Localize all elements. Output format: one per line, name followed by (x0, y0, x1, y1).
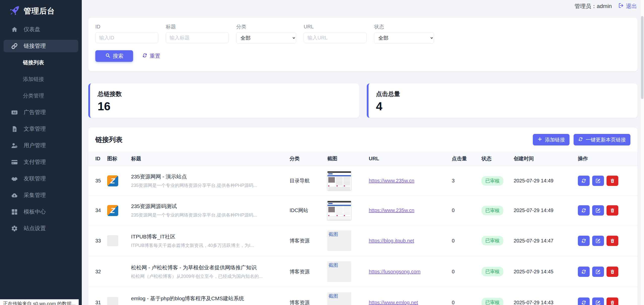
app-logo: 管理后台 (0, 0, 82, 17)
row-desc: 235资源网是一个专业的网络资源分享平台,提供各种PHP源码... (131, 182, 282, 188)
plus-icon (537, 137, 542, 143)
row-created: 2025-07-29 14:43 (514, 300, 553, 305)
table-body: 35 Z 235资源网网 - 演示站点 235资源网是一个专业的网络资源分享平台… (88, 166, 637, 305)
refresh-row-button[interactable] (578, 205, 590, 216)
row-clicks: 0 (452, 208, 455, 213)
site-logo-icon: Z (107, 175, 118, 186)
scrollbar[interactable] (640, 0, 644, 305)
filter-url: URL (304, 24, 367, 44)
gear-icon (11, 225, 18, 232)
title-input[interactable] (166, 32, 229, 43)
sidebar-item-分类管理[interactable]: 分类管理 (4, 89, 78, 102)
row-desc: 松松网（卢松松博客）从2009年创立至今，已经成为国内知名的... (131, 273, 282, 279)
refresh-row-button[interactable] (578, 236, 590, 246)
url-input[interactable] (304, 32, 367, 43)
site-screenshot-broken: 截图 (327, 292, 351, 305)
refresh-row-button[interactable] (578, 176, 590, 186)
column-header-7: 状态 (479, 151, 511, 166)
site-icon-cell: Z (107, 175, 126, 186)
row-title: 235资源网源码测试 (131, 203, 285, 210)
row-url-link[interactable]: https://www.emlog.net (369, 300, 418, 305)
sidebar-item-仪表盘[interactable]: 仪表盘 (4, 23, 78, 36)
filter-status: 状态 全部 (374, 24, 434, 44)
row-id: 32 (95, 269, 101, 274)
row-url-link[interactable]: https://www.235w.cn (369, 178, 414, 183)
refresh-row-button[interactable] (578, 297, 590, 305)
delete-row-button[interactable] (607, 205, 618, 216)
table-row: 32 松松网 - 卢松松博客 - 为草根创业者提供网络推广知识 松松网（卢松松博… (88, 256, 637, 287)
filter-actions: 搜索 重置 (95, 50, 630, 62)
row-clicks: 0 (452, 269, 455, 274)
stat-label: 点击总量 (376, 90, 630, 98)
site-logo-icon (107, 266, 119, 277)
row-id: 33 (95, 238, 101, 243)
update-links-button[interactable]: 一键更新本页链接 (574, 134, 630, 145)
delete-row-button[interactable] (607, 267, 618, 277)
delete-row-button[interactable] (607, 236, 618, 246)
logout-link[interactable]: 退出 (618, 3, 637, 10)
stat-value: 16 (98, 100, 352, 112)
row-screenshot-cell: 截图 (327, 230, 364, 251)
search-button[interactable]: 搜索 (95, 50, 133, 62)
reset-icon (142, 53, 147, 59)
refresh-row-button[interactable] (578, 267, 590, 277)
link-icon (11, 42, 18, 49)
sidebar: 管理后台 仪表盘 链接管理 链接列表 添加链接 分类管理 Ad 广告管理 文章管… (0, 0, 82, 305)
row-category: IDC网站 (290, 208, 308, 213)
sidebar-item-友联管理[interactable]: 友联管理 (4, 172, 78, 185)
sidebar-item-链接管理[interactable]: 链接管理 (4, 40, 78, 52)
refresh-icon (578, 137, 583, 143)
sidebar-item-链接列表[interactable]: 链接列表 (4, 56, 78, 69)
sidebar-item-广告管理[interactable]: Ad 广告管理 (4, 106, 78, 119)
site-logo-placeholder (107, 235, 118, 246)
edit-row-button[interactable] (592, 205, 604, 216)
sidebar-item-模板中心[interactable]: 模板中心 (4, 206, 78, 218)
row-url-link[interactable]: https://lusongsong.com (369, 269, 421, 274)
column-header-9: 操作 (575, 151, 637, 166)
id-input[interactable] (95, 32, 158, 43)
scrollbar-thumb[interactable] (641, 16, 643, 99)
table-header-row: ID图标标题分类截图URL点击量状态创建时间操作 (88, 151, 637, 166)
screenshot-alt-text: 截图 (329, 231, 338, 238)
delete-row-button[interactable] (607, 297, 618, 305)
row-url-link[interactable]: https://www.235w.cn (369, 208, 414, 213)
edit-row-button[interactable] (592, 267, 604, 277)
column-header-2: 标题 (129, 151, 287, 166)
sidebar-item-站点设置[interactable]: 站点设置 (4, 222, 78, 235)
table-title: 链接列表 (95, 135, 123, 144)
logout-label: 退出 (626, 3, 637, 10)
edit-row-button[interactable] (592, 236, 604, 246)
row-url-link[interactable]: https://blog.itpub.net (369, 238, 414, 243)
table-row: 31 emlog - 基于php的blog博客程序及CMS建站系统 emlog是… (88, 287, 637, 305)
filter-row: ID 标题 分类 全部 URL 状态 全部 (95, 24, 630, 44)
sidebar-item-文章管理[interactable]: 文章管理 (4, 123, 78, 135)
filter-id: ID (95, 24, 158, 44)
stat-label: 总链接数 (98, 90, 352, 98)
edit-row-button[interactable] (592, 176, 604, 186)
edit-row-button[interactable] (592, 297, 604, 305)
filter-title: 标题 (166, 24, 229, 44)
site-screenshot-thumbnail (327, 171, 351, 190)
category-select[interactable]: 全部 (236, 32, 296, 44)
row-category: 博客资源 (290, 238, 310, 243)
add-link-button[interactable]: 添加链接 (533, 134, 570, 145)
row-actions (578, 176, 635, 186)
row-screenshot-cell: 截图 (327, 292, 364, 305)
reset-button[interactable]: 重置 (142, 53, 160, 60)
status-badge: 已审核 (481, 267, 503, 276)
topbar: 管理员：admin 退出 (82, 0, 644, 13)
sidebar-item-添加链接[interactable]: 添加链接 (4, 73, 78, 85)
status-select[interactable]: 全部 (374, 32, 434, 44)
filter-category-label: 分类 (236, 24, 296, 30)
site-screenshot-broken: 截图 (327, 230, 351, 251)
delete-row-button[interactable] (607, 176, 618, 186)
sidebar-item-用户管理[interactable]: 用户管理 (4, 139, 78, 152)
site-logo-placeholder (107, 297, 118, 305)
table-row: 33 ITPUB博客_IT社区 ITPUB博客每天千篇余篇博文新资讯，40多万活… (88, 225, 637, 256)
status-badge: 已审核 (481, 236, 503, 245)
main-content: 管理员：admin 退出 ID 标题 分类 全部 URL (82, 0, 644, 305)
status-badge: 已审核 (481, 206, 503, 215)
sidebar-item-采集管理[interactable]: 采集管理 (4, 189, 78, 201)
stat-total-clicks: 点击总量 4 (367, 83, 638, 118)
sidebar-item-支付管理[interactable]: 支付管理 (4, 156, 78, 168)
